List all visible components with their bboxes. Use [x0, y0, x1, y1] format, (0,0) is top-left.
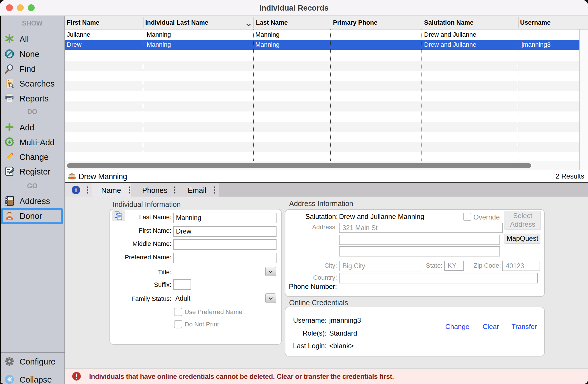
svg-text:i: i	[75, 186, 77, 194]
